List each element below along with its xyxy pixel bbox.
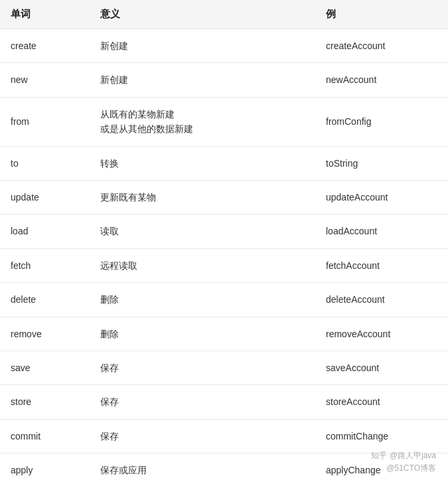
cell-meaning: 保存	[90, 419, 315, 453]
table-row: from从既有的某物新建或是从其他的数据新建fromConfig	[0, 97, 448, 146]
table-header-row: 单词 意义 例	[0, 0, 448, 29]
cell-example: deleteAccount	[315, 283, 448, 317]
table-row: commit保存commitChange	[0, 419, 448, 453]
cell-example: saveAccount	[315, 351, 448, 384]
table-row: remove删除removeAccount	[0, 317, 448, 351]
watermark: 知乎 @路人甲java @51CTO博客	[371, 450, 436, 474]
cell-word: remove	[0, 317, 90, 351]
cell-word: apply	[0, 453, 90, 486]
cell-word: commit	[0, 419, 90, 453]
cell-word: store	[0, 385, 90, 419]
cell-example: createAccount	[315, 29, 448, 63]
cell-meaning: 远程读取	[90, 248, 315, 282]
cell-word: update	[0, 180, 90, 214]
cell-meaning: 新创建	[90, 29, 315, 63]
cell-word: new	[0, 63, 90, 97]
cell-word: create	[0, 29, 90, 63]
watermark-line1: 知乎 @路人甲java	[371, 450, 436, 461]
cell-example: loadAccount	[315, 214, 448, 248]
table-row: new新创建newAccount	[0, 63, 448, 97]
cell-example: updateAccount	[315, 180, 448, 214]
cell-word: from	[0, 97, 90, 146]
main-container: 单词 意义 例 create新创建createAccountnew新创建newA…	[0, 0, 448, 486]
cell-meaning: 从既有的某物新建或是从其他的数据新建	[90, 97, 315, 146]
table-row: save保存saveAccount	[0, 351, 448, 384]
cell-meaning: 删除	[90, 317, 315, 351]
cell-meaning: 读取	[90, 214, 315, 248]
cell-meaning: 转换	[90, 146, 315, 180]
cell-meaning: 保存或应用	[90, 453, 315, 486]
cell-meaning: 保存	[90, 351, 315, 384]
cell-example: commitChange	[315, 419, 448, 453]
cell-example: toString	[315, 146, 448, 180]
watermark-line2: @51CTO博客	[386, 463, 436, 474]
table-row: to转换toString	[0, 146, 448, 180]
header-meaning: 意义	[90, 0, 315, 29]
cell-example: fromConfig	[315, 97, 448, 146]
vocabulary-table: 单词 意义 例 create新创建createAccountnew新创建newA…	[0, 0, 448, 486]
cell-example: removeAccount	[315, 317, 448, 351]
cell-word: to	[0, 146, 90, 180]
table-row: load读取loadAccount	[0, 214, 448, 248]
cell-word: save	[0, 351, 90, 384]
table-row: delete删除deleteAccount	[0, 283, 448, 317]
table-row: store保存storeAccount	[0, 385, 448, 419]
cell-meaning: 新创建	[90, 63, 315, 97]
cell-example: fetchAccount	[315, 248, 448, 282]
cell-meaning: 更新既有某物	[90, 180, 315, 214]
table-row: create新创建createAccount	[0, 29, 448, 63]
cell-word: delete	[0, 283, 90, 317]
cell-meaning: 删除	[90, 283, 315, 317]
cell-example: newAccount	[315, 63, 448, 97]
table-row: fetch远程读取fetchAccount	[0, 248, 448, 282]
cell-word: fetch	[0, 248, 90, 282]
table-row: update更新既有某物updateAccount	[0, 180, 448, 214]
header-example: 例	[315, 0, 448, 29]
header-word: 单词	[0, 0, 90, 29]
cell-example: storeAccount	[315, 385, 448, 419]
cell-meaning: 保存	[90, 385, 315, 419]
cell-word: load	[0, 214, 90, 248]
